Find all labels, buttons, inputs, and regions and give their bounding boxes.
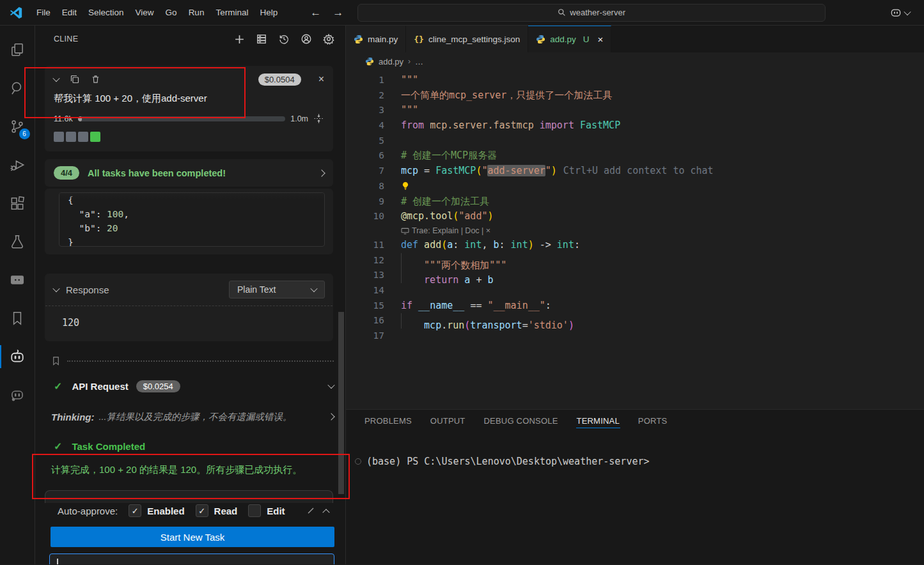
start-new-task-button[interactable]: Start New Task (51, 527, 334, 547)
code-line: 4from mcp.server.fastmcp import FastMCP (346, 118, 924, 134)
menu-view[interactable]: View (130, 4, 160, 20)
auto-approve-expand-icon[interactable] (322, 509, 329, 516)
breadcrumb[interactable]: add.py › … (346, 52, 924, 70)
response-collapse-icon[interactable] (52, 285, 59, 292)
activity-robot-secondary[interactable] (0, 376, 35, 414)
breadcrumb-file[interactable]: add.py (379, 57, 403, 66)
thinking-row[interactable]: Thinking: ...算结果以及完成的步骤，不会有遗漏或错误。 (35, 408, 345, 426)
menu-help[interactable]: Help (254, 4, 283, 20)
account-icon[interactable] (300, 33, 313, 45)
tasks-completed-banner[interactable]: 4/4 All tasks have been completed! (45, 159, 333, 187)
terminal-content[interactable]: (base) PS C:\Users\Lenovo\Desktop\weathe… (346, 432, 924, 467)
robot-icon (9, 387, 26, 403)
activity-bar: 6 (0, 26, 35, 564)
code-line: 10@mcp.tool("add") (346, 209, 924, 224)
code-editor[interactable]: 1"""2一个简单的mcp_server，只提供了一个加法工具3"""4from… (346, 70, 924, 409)
activity-cline[interactable] (0, 337, 35, 376)
task-close-icon[interactable]: × (318, 74, 324, 85)
terminal-prompt: (base) PS C:\Users\Lenovo\Desktop\weathe… (366, 456, 650, 467)
vscode-logo-icon (9, 5, 24, 20)
line-number: 13 (346, 268, 384, 283)
codelens-text: Trae: Explain | Doc | × (412, 224, 490, 238)
code-line: 9# 创建一个加法工具 (346, 194, 924, 210)
task-collapse-icon[interactable] (52, 75, 59, 82)
files-icon (9, 42, 26, 58)
delete-icon[interactable] (91, 74, 100, 84)
task-completed-label: Task Completed (72, 441, 145, 452)
chat-input[interactable] (49, 553, 334, 564)
breadcrumb-symbol[interactable]: … (415, 57, 423, 66)
panel-tab-ports[interactable]: PORTS (638, 411, 668, 431)
tab-main.py[interactable]: main.py (346, 26, 406, 52)
thinking-label: Thinking: (51, 412, 95, 422)
completion-message: 计算完成，100 + 20 的结果是 120。所有步骤已成功执行。 (51, 464, 333, 476)
sidebar-scrollbar[interactable] (338, 312, 344, 494)
copilot-dropdown-icon[interactable] (904, 8, 911, 15)
new-task-icon[interactable] (233, 33, 246, 45)
command-search-box[interactable]: weather-server (357, 4, 826, 22)
activity-extensions[interactable] (0, 184, 35, 222)
json-file-icon: {} (414, 35, 424, 44)
python-file-icon (354, 35, 363, 44)
api-request-label: API Request (72, 381, 128, 392)
menu-edit[interactable]: Edit (56, 4, 82, 20)
menu-selection[interactable]: Selection (82, 4, 130, 20)
nav-forward-icon[interactable]: → (333, 6, 343, 19)
panel-tab-output[interactable]: OUTPUT (430, 411, 466, 431)
panel-tab-problems[interactable]: PROBLEMS (364, 411, 412, 431)
settings-gear-icon[interactable] (322, 33, 335, 45)
indent-guide (401, 268, 412, 283)
tab-add.py[interactable]: add.pyU× (528, 26, 611, 52)
checkbox-read[interactable]: ✓ (196, 504, 208, 517)
line-number: 10 (346, 209, 384, 224)
nav-back-icon[interactable]: ← (310, 6, 321, 19)
tab-label: main.py (368, 35, 398, 44)
copy-icon[interactable] (70, 74, 80, 84)
menu-run[interactable]: Run (183, 4, 210, 20)
api-request-row[interactable]: ✓ API Request $0.0254 (35, 377, 345, 395)
line-number: 12 (346, 253, 384, 268)
menu-file[interactable]: File (31, 4, 56, 20)
api-collapse-icon[interactable] (327, 382, 334, 389)
extensions-icon (9, 195, 26, 212)
bookmark-marker-icon[interactable] (51, 355, 61, 366)
copilot-icon[interactable] (889, 7, 902, 19)
codelens-row[interactable]: Trae: Explain | Doc | × (346, 224, 924, 238)
tab-cline_mcp_settings.json[interactable]: {}cline_mcp_settings.json (406, 26, 528, 52)
indent-guide (401, 313, 412, 329)
cline-sidebar: CLINE $0.0504 × (35, 26, 346, 564)
response-format-select[interactable]: Plain Text (229, 281, 325, 298)
panel-tabs: PROBLEMSOUTPUTDEBUG CONSOLETERMINALPORTS (346, 410, 924, 432)
activity-search[interactable] (0, 69, 35, 107)
line-number: 11 (346, 238, 384, 253)
collapse-context-icon[interactable] (313, 113, 324, 124)
panel-tab-terminal[interactable]: TERMINAL (576, 411, 620, 431)
success-check-icon: ✓ (54, 440, 62, 453)
code-line: 7mcp = FastMCP("add-server")Ctrl+U add c… (346, 164, 924, 179)
context-progress-bar (78, 116, 286, 121)
thinking-expand-icon[interactable] (327, 413, 334, 420)
activity-run-debug[interactable] (0, 146, 35, 184)
activity-chat-panel[interactable] (0, 261, 35, 299)
banner-expand-icon[interactable] (318, 169, 325, 176)
activity-source-control[interactable]: 6 (0, 107, 35, 146)
checkbox-enabled[interactable]: ✓ (129, 504, 141, 517)
menu-terminal[interactable]: Terminal (210, 4, 254, 20)
activity-testing[interactable] (0, 222, 35, 261)
tab-close-icon[interactable]: × (598, 34, 604, 45)
mcp-servers-icon[interactable] (255, 33, 268, 45)
menu-go[interactable]: Go (160, 4, 183, 20)
code-line: 12"""两个数相加""" (346, 253, 924, 268)
code-line: 15if __name__ == "__main__": (346, 298, 924, 314)
activity-explorer[interactable] (0, 31, 35, 69)
python-file-icon (536, 35, 545, 44)
history-icon[interactable] (278, 33, 290, 45)
json-line: } (68, 235, 324, 247)
lightbulb-icon[interactable] (401, 180, 410, 192)
activity-bookmarks[interactable] (0, 299, 35, 337)
checkbox-edit[interactable] (248, 504, 261, 517)
panel-tab-debug-console[interactable]: DEBUG CONSOLE (483, 411, 559, 431)
tokens-used: 11.6k (54, 114, 73, 123)
line-number: 17 (346, 329, 384, 344)
edit-pen-icon[interactable] (307, 507, 315, 515)
